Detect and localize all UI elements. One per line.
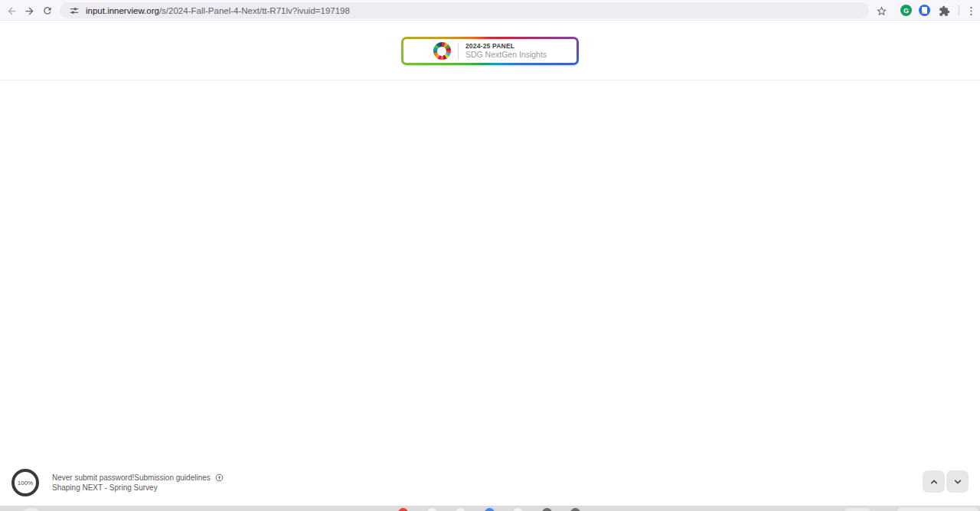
browser-menu-button[interactable] — [963, 3, 978, 18]
survey-logo-inner: 2024-25 PANEL SDG NextGen Insights — [403, 39, 577, 63]
dock-app-icon[interactable] — [398, 508, 408, 511]
bookmark-button[interactable] — [874, 3, 889, 18]
dock-app-icon[interactable] — [570, 508, 580, 511]
shelf-pill[interactable] — [844, 508, 871, 511]
logo-subtitle: SDG NextGen Insights — [466, 50, 547, 59]
kebab-menu-icon — [965, 5, 977, 17]
document-page-icon — [922, 7, 927, 14]
dock-app-icon[interactable] — [485, 508, 495, 511]
previous-page-button[interactable] — [923, 470, 945, 493]
browser-window: input.innerview.org/s/2024-Fall-Panel-4-… — [0, 0, 980, 511]
toolbar-separator — [959, 5, 959, 15]
logo-divider — [458, 43, 459, 60]
site-settings-tune-icon[interactable] — [69, 5, 80, 16]
dock-app-icon[interactable] — [513, 508, 523, 511]
survey-logo-banner: 2024-25 PANEL SDG NextGen Insights — [401, 37, 579, 65]
browser-toolbar: input.innerview.org/s/2024-Fall-Panel-4-… — [0, 0, 980, 21]
password-notice: Never submit password! — [52, 473, 134, 483]
reload-button[interactable] — [40, 3, 55, 18]
logo-panel-label: 2024-25 PANEL — [466, 43, 547, 51]
system-tray[interactable] — [897, 507, 978, 511]
url-text: input.innerview.org/s/2024-Fall-Panel-4-… — [86, 6, 350, 15]
reload-icon — [42, 5, 53, 16]
footer-text-block: Never submit password! Submission guidel… — [52, 473, 224, 493]
submission-guidelines-link[interactable]: Submission guidelines — [134, 473, 211, 483]
sdg-color-wheel-icon — [433, 42, 451, 60]
circled-up-arrow-icon — [215, 473, 224, 482]
survey-title-line: Shaping NEXT - Spring Survey — [52, 483, 224, 493]
chevron-up-icon — [928, 476, 940, 488]
launcher-button[interactable] — [18, 508, 44, 511]
forward-arrow-icon — [24, 5, 35, 17]
survey-header: 2024-25 PANEL SDG NextGen Insights — [0, 21, 980, 80]
password-notice-line: Never submit password! Submission guidel… — [52, 473, 224, 483]
dock-app-icon[interactable] — [542, 508, 552, 511]
next-page-button[interactable] — [946, 470, 969, 493]
logo-text-block: 2024-25 PANEL SDG NextGen Insights — [466, 43, 547, 60]
dock-app-icon[interactable] — [456, 508, 466, 511]
url-domain: input.innerview.org — [86, 6, 159, 15]
docs-extension-icon[interactable] — [919, 5, 930, 16]
survey-content-area — [0, 81, 980, 506]
extensions-button[interactable] — [936, 3, 952, 18]
grammarly-extension-icon[interactable]: G — [900, 5, 912, 16]
back-button[interactable] — [4, 3, 19, 18]
grammarly-letter: G — [903, 7, 909, 15]
address-bar[interactable]: input.innerview.org/s/2024-Fall-Panel-4-… — [60, 2, 869, 18]
dock-app-icon[interactable] — [427, 508, 437, 511]
chevron-down-icon — [952, 476, 964, 488]
back-arrow-icon — [6, 5, 18, 17]
forward-button[interactable] — [21, 3, 37, 18]
system-shelf[interactable] — [0, 506, 980, 511]
bookmark-star-icon — [876, 5, 887, 17]
url-path: /s/2024-Fall-Panel-4-Next/tt-R71lv?ivuid… — [159, 6, 350, 15]
progress-value: 100% — [18, 480, 33, 486]
extensions-puzzle-icon — [939, 5, 950, 17]
progress-indicator: 100% — [11, 469, 39, 496]
guidelines-info-icon[interactable] — [215, 473, 224, 482]
survey-title: Shaping NEXT - Spring Survey — [52, 483, 158, 493]
